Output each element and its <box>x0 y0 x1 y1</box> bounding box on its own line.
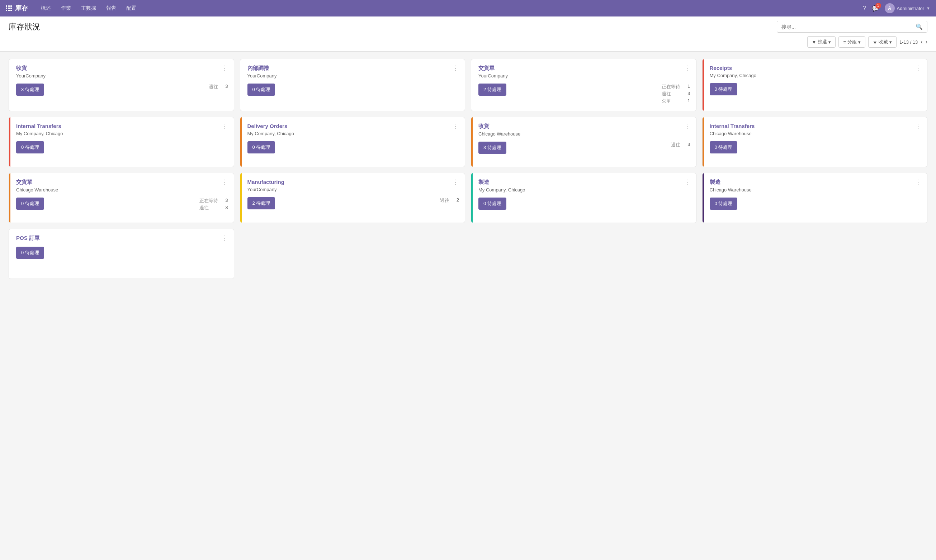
card-title[interactable]: 收貨 <box>16 65 27 72</box>
card-menu-icon[interactable]: ⋮ <box>453 65 459 71</box>
chat-button[interactable]: 💬 1 <box>872 5 879 12</box>
card-title[interactable]: Internal Transfers <box>710 123 755 129</box>
kanban-card-11[interactable]: 製造 ⋮ My Company, Chicago 0 待處理 <box>471 173 696 223</box>
prev-page-button[interactable]: ‹ <box>921 39 922 45</box>
stat-row: 過往 3 <box>671 142 690 148</box>
card-menu-icon[interactable]: ⋮ <box>684 123 690 129</box>
card-menu-icon[interactable]: ⋮ <box>915 123 921 129</box>
search-input[interactable] <box>781 24 916 30</box>
stat-value: 3 <box>225 205 228 211</box>
pending-button[interactable]: 0 待處理 <box>710 83 738 95</box>
pending-button[interactable]: 0 待處理 <box>16 141 44 154</box>
card-stats: 過往 3 <box>209 83 228 91</box>
card-stats: 正在等待 1 過往 3 欠單 1 <box>662 83 690 105</box>
kanban-card-7[interactable]: 收貨 ⋮ Chicago Warehouse 3 待處理 過往 3 <box>471 117 696 167</box>
chevron-down-icon: ▼ <box>926 6 930 11</box>
menu-operations[interactable]: 作業 <box>57 4 75 13</box>
pending-button[interactable]: 3 待處理 <box>16 83 44 96</box>
stat-label: 正在等待 <box>199 197 218 204</box>
pending-button[interactable]: 0 待處理 <box>479 197 506 210</box>
card-title[interactable]: 交貨單 <box>479 65 494 72</box>
next-page-button[interactable]: › <box>925 39 927 45</box>
menu-masterdata[interactable]: 主數據 <box>77 4 100 13</box>
kanban-card-10[interactable]: Manufacturing ⋮ YourCompany 2 待處理 過往 2 <box>240 173 465 223</box>
card-subtitle: Chicago Warehouse <box>16 187 228 192</box>
card-menu-icon[interactable]: ⋮ <box>222 179 228 185</box>
card-title[interactable]: 交貨單 <box>16 179 32 186</box>
stat-row: 正在等待 3 <box>199 197 228 204</box>
user-menu[interactable]: A Administrator ▼ <box>885 3 930 13</box>
pending-button[interactable]: 3 待處理 <box>479 142 506 154</box>
card-subtitle: Chicago Warehouse <box>710 187 922 192</box>
card-title[interactable]: Receipts <box>710 65 732 71</box>
filter-button[interactable]: ▼ 篩選 ▾ <box>807 36 836 48</box>
card-body: 0 待處理 <box>248 141 459 154</box>
kanban-card-6[interactable]: Delivery Orders ⋮ My Company, Chicago 0 … <box>240 117 465 167</box>
card-header: 交貨單 ⋮ <box>479 65 690 72</box>
kanban-card-5[interactable]: Internal Transfers ⋮ My Company, Chicago… <box>9 117 234 167</box>
card-title[interactable]: Delivery Orders <box>248 123 288 129</box>
favorite-button[interactable]: ★ 收藏 ▾ <box>868 36 896 48</box>
card-menu-icon[interactable]: ⋮ <box>222 65 228 71</box>
card-stats: 過往 2 <box>440 197 459 205</box>
kanban-card-8[interactable]: Internal Transfers ⋮ Chicago Warehouse 0… <box>702 117 928 167</box>
filter-label: 篩選 <box>817 39 827 45</box>
kanban-card-9[interactable]: 交貨單 ⋮ Chicago Warehouse 0 待處理 正在等待 3 過往 … <box>9 173 234 223</box>
card-title[interactable]: 收貨 <box>479 123 489 130</box>
menu-overview[interactable]: 概述 <box>37 4 55 13</box>
group-button[interactable]: ≡ 分組 ▾ <box>839 36 865 48</box>
card-title[interactable]: Manufacturing <box>248 179 285 185</box>
pending-button[interactable]: 0 待處理 <box>710 141 738 154</box>
card-menu-icon[interactable]: ⋮ <box>915 65 921 71</box>
card-menu-icon[interactable]: ⋮ <box>222 235 228 241</box>
search-box[interactable]: 🔍 <box>777 21 927 32</box>
card-title[interactable]: 製造 <box>479 179 489 186</box>
kanban-card-2[interactable]: 內部調撥 ⋮ YourCompany 0 待處理 <box>240 59 465 111</box>
card-header: 收貨 ⋮ <box>479 123 690 130</box>
card-border <box>9 173 11 223</box>
pending-button[interactable]: 0 待處理 <box>16 197 44 210</box>
card-title[interactable]: POS 訂單 <box>16 235 40 242</box>
kanban-card-12[interactable]: 製造 ⋮ Chicago Warehouse 0 待處理 <box>702 173 928 223</box>
stat-label: 過往 <box>209 83 218 90</box>
pending-button[interactable]: 0 待處理 <box>248 83 276 96</box>
pending-button[interactable]: 2 待處理 <box>248 197 276 209</box>
search-icon: 🔍 <box>916 23 923 30</box>
card-header: Receipts ⋮ <box>710 65 922 71</box>
card-body: 0 待處理 <box>248 83 459 96</box>
stat-value: 3 <box>225 83 228 90</box>
pending-button[interactable]: 2 待處理 <box>479 83 506 96</box>
pending-button[interactable]: 0 待處理 <box>16 247 44 259</box>
kanban-card-13[interactable]: POS 訂單 ⋮ 0 待處理 <box>9 229 234 279</box>
menu-reports[interactable]: 報告 <box>102 4 120 13</box>
pending-button[interactable]: 0 待處理 <box>248 141 276 154</box>
chat-badge-count: 1 <box>875 3 881 9</box>
card-body: 2 待處理 過往 2 <box>248 197 459 209</box>
stat-row: 過往 3 <box>199 205 228 211</box>
card-menu-icon[interactable]: ⋮ <box>915 179 921 185</box>
kanban-card-1[interactable]: 收貨 ⋮ YourCompany 3 待處理 過往 3 <box>9 59 234 111</box>
card-title[interactable]: 內部調撥 <box>248 65 269 72</box>
topnav-right: ? 💬 1 A Administrator ▼ <box>863 3 930 13</box>
menu-config[interactable]: 配置 <box>122 4 140 13</box>
main-menu: 概述 作業 主數據 報告 配置 <box>37 4 863 13</box>
card-subtitle: My Company, Chicago <box>479 187 690 192</box>
card-title[interactable]: 製造 <box>710 179 720 186</box>
app-logo[interactable]: 庫存 <box>6 4 28 12</box>
card-menu-icon[interactable]: ⋮ <box>453 123 459 129</box>
card-menu-icon[interactable]: ⋮ <box>453 179 459 185</box>
card-content: 製造 ⋮ Chicago Warehouse 0 待處理 <box>702 173 927 215</box>
card-menu-icon[interactable]: ⋮ <box>222 123 228 129</box>
card-menu-icon[interactable]: ⋮ <box>684 179 690 185</box>
card-header: 交貨單 ⋮ <box>16 179 228 186</box>
grid-icon <box>6 5 12 11</box>
help-icon[interactable]: ? <box>863 5 866 11</box>
stat-value: 3 <box>688 142 690 148</box>
card-content: 內部調撥 ⋮ YourCompany 0 待處理 <box>240 59 465 102</box>
card-menu-icon[interactable]: ⋮ <box>684 65 690 71</box>
topnav: 庫存 概述 作業 主數據 報告 配置 ? 💬 1 A Administrator… <box>0 0 936 17</box>
kanban-card-4[interactable]: Receipts ⋮ My Company, Chicago 0 待處理 <box>702 59 928 111</box>
card-title[interactable]: Internal Transfers <box>16 123 61 129</box>
kanban-card-3[interactable]: 交貨單 ⋮ YourCompany 2 待處理 正在等待 1 過往 3 欠單 1 <box>471 59 696 111</box>
pending-button[interactable]: 0 待處理 <box>710 197 738 210</box>
